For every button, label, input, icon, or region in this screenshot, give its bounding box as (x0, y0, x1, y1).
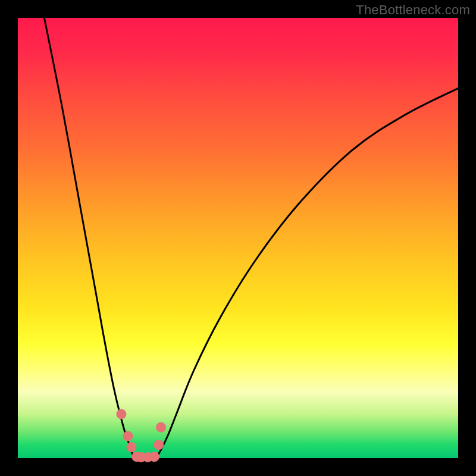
data-marker (123, 431, 133, 441)
chart-svg (18, 18, 458, 458)
curve-right-arm (154, 88, 458, 458)
curve-layer (44, 18, 458, 459)
plot-area (18, 18, 458, 458)
watermark-text: TheBottleneck.com (356, 2, 470, 18)
data-marker (154, 440, 164, 450)
data-marker (156, 422, 166, 433)
marker-layer (116, 409, 166, 463)
data-marker (116, 409, 126, 419)
data-marker (149, 452, 159, 462)
chart-frame: TheBottleneck.com (0, 0, 476, 476)
curve-left-arm (44, 18, 141, 459)
data-marker (126, 442, 136, 452)
